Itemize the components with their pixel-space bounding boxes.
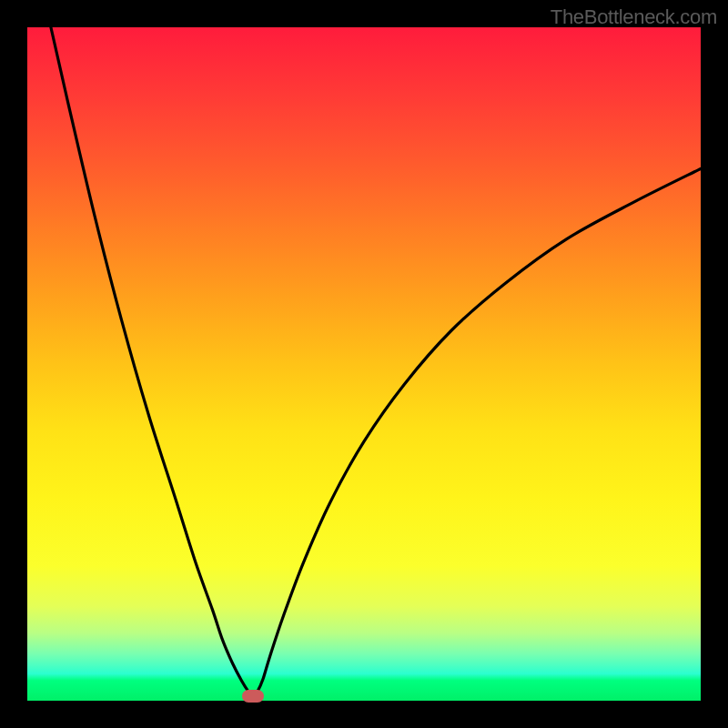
bottleneck-curve	[27, 27, 701, 701]
minimum-marker	[242, 690, 264, 703]
watermark-text: TheBottleneck.com	[551, 5, 717, 29]
chart-frame: TheBottleneck.com	[0, 0, 728, 728]
plot-area	[27, 27, 701, 701]
